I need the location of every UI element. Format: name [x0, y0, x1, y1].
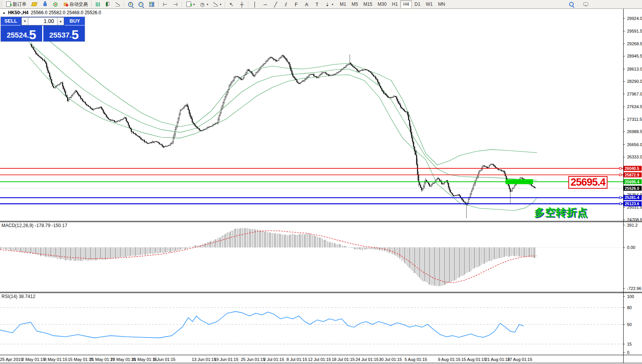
fibonacci-button[interactable]: F — [291, 0, 301, 8]
date-label: 8 Jul 01:15 — [286, 357, 307, 362]
date-label: 30 Jul 01:15 — [379, 357, 402, 362]
chat-button[interactable] — [580, 0, 591, 8]
timeframe-mn[interactable]: MN — [435, 0, 448, 8]
new-order-button[interactable]: 新订单 — [3, 0, 29, 8]
toolbar-separator — [225, 1, 225, 7]
one-click-trading-panel: SELL ▼ 1.00 ▲ BUY 25524.5 25537.5 — [1, 17, 85, 41]
date-label: 8 May 01:15 — [44, 357, 67, 362]
volume-input[interactable]: 1.00 — [28, 17, 57, 25]
periods-dropdown[interactable]: ◷▾ — [197, 0, 211, 8]
toolbar-separator — [158, 1, 159, 7]
vertical-line-button[interactable]: │ — [250, 0, 260, 8]
chart-canvas[interactable]: 29924.029591.529268.528945.528613.028290… — [0, 0, 642, 364]
buy-button[interactable]: BUY — [65, 17, 85, 26]
timeframe-m30[interactable]: M30 — [375, 0, 389, 8]
cursor-button-icon: ↖ — [229, 2, 234, 7]
svg-text:26988.5: 26988.5 — [627, 129, 642, 134]
svg-text:29924.0: 29924.0 — [627, 16, 642, 21]
one-click-collapse-icon[interactable]: ▲ — [2, 11, 6, 15]
svg-text:0.00: 0.00 — [627, 245, 635, 250]
zoom-out-button[interactable] — [136, 0, 146, 8]
price-badge-25123.6: 25123.6 — [624, 201, 642, 206]
svg-text:15: 15 — [627, 342, 632, 346]
sell-button[interactable]: SELL — [1, 17, 21, 26]
text-button-icon: A — [304, 2, 309, 7]
turning-point-annotation[interactable]: 多空转折点 — [534, 206, 588, 219]
price-level-annotation-box[interactable]: 25695.4 — [568, 176, 607, 189]
timeframe-h1[interactable]: H1 — [389, 0, 400, 8]
date-label: 25 Apr 2019 — [0, 357, 23, 362]
sell-price-main: 25524. — [7, 30, 29, 40]
timeframe-h4[interactable]: H4 — [400, 0, 412, 8]
chat-icon — [583, 2, 588, 6]
signals-icon — [53, 2, 58, 7]
svg-text:26333.0: 26333.0 — [627, 155, 642, 159]
line-chart-button[interactable] — [113, 0, 123, 8]
community-icon — [43, 3, 47, 6]
chart-shift-button[interactable]: ⊣ — [170, 0, 181, 8]
svg-text:27967.0: 27967.0 — [627, 92, 642, 96]
date-label: 24 Jul 01:15 — [356, 357, 379, 362]
timeframe-m15[interactable]: M15 — [361, 0, 375, 8]
timeframe-d1[interactable]: D1 — [412, 0, 423, 8]
timeframe-w1[interactable]: W1 — [423, 0, 435, 8]
volume-down-button[interactable]: ▼ — [21, 17, 28, 25]
new-order-button-label: 新订单 — [13, 1, 26, 8]
templates-icon — [213, 2, 218, 7]
main-toolbar: 新订单自动交易⊢⊣▾◷▾▾↖┼│─╱⫽FAT⇣▾M1M5M15M30H1H4D1… — [0, 0, 642, 9]
toolbar-separator — [124, 1, 124, 7]
svg-text:28290.0: 28290.0 — [627, 79, 642, 84]
vertical-line-button-icon: │ — [252, 2, 258, 7]
date-label: 25 Jun 01:15 — [241, 357, 265, 362]
chevron-down-icon: ▾ — [207, 3, 208, 6]
price-badge-25281.4: 25281.4 — [624, 195, 642, 200]
templates-dropdown[interactable]: ▾ — [211, 0, 224, 8]
svg-text:28613.0: 28613.0 — [627, 67, 642, 71]
text-button[interactable]: A — [301, 0, 312, 8]
volume-up-button[interactable]: ▲ — [57, 17, 64, 25]
trendline-button[interactable]: ╱ — [270, 0, 281, 8]
autotrading-button[interactable]: 自动交易 — [61, 0, 90, 8]
auto-scroll-button[interactable]: ⊢ — [160, 0, 170, 8]
timeframe-m1[interactable]: M1 — [337, 0, 349, 8]
cursor-button[interactable]: ↖ — [226, 0, 237, 8]
new-chart-dropdown[interactable]: ▾ — [183, 0, 197, 8]
periods-dropdown-icon: ◷ — [199, 2, 205, 7]
zoom-out-icon — [138, 2, 143, 7]
price-badge-25872.9: 25872.9 — [624, 172, 642, 177]
search-icon — [569, 2, 574, 7]
signals-button[interactable] — [50, 0, 61, 8]
crosshair-button[interactable]: ┼ — [237, 0, 247, 8]
svg-text:391.2: 391.2 — [627, 223, 638, 227]
svg-text:29268.5: 29268.5 — [627, 41, 642, 46]
svg-text:0: 0 — [627, 350, 629, 355]
svg-text:27634.5: 27634.5 — [627, 104, 642, 109]
chart-header: ▲ HK50-,H4 25566.0 25582.0 25468.0 25526… — [2, 10, 101, 15]
date-label: 5 Aug 01:15 — [405, 357, 427, 362]
candlestick-chart-button[interactable] — [103, 0, 113, 8]
label-button[interactable]: T — [312, 0, 322, 8]
time-axis[interactable]: 25 Apr 20192 May 01:158 May 01:1515 May … — [0, 357, 532, 362]
svg-text:25526.0: 25526.0 — [625, 186, 639, 191]
sell-price[interactable]: 25524.5 — [1, 26, 43, 41]
toolbar-separator — [248, 1, 249, 7]
community-button[interactable] — [40, 0, 50, 8]
date-label: 21 Aug 01:15 — [485, 357, 510, 362]
bar-chart-button[interactable] — [93, 0, 103, 8]
tile-windows-button[interactable] — [146, 0, 157, 8]
horizontal-line-button[interactable]: ─ — [260, 0, 270, 8]
svg-text:29591.5: 29591.5 — [627, 29, 642, 33]
zoom-in-icon — [128, 2, 133, 7]
buy-price[interactable]: 25537.5 — [43, 26, 85, 41]
bar-chart-icon — [96, 2, 100, 7]
zoom-in-button[interactable] — [125, 0, 136, 8]
symbol-period-label: HK50-,H4 — [8, 10, 28, 15]
metaeditor-button[interactable] — [29, 0, 40, 8]
timeframe-switcher: M1M5M15M30H1H4D1W1MN — [337, 0, 448, 8]
channel-button[interactable]: ⫽ — [281, 0, 291, 8]
chevron-down-icon: ▾ — [332, 3, 333, 6]
price-badge-25526: 25526.0 — [624, 186, 642, 191]
arrows-dropdown[interactable]: ⇣▾ — [322, 0, 336, 8]
timeframe-m5[interactable]: M5 — [349, 0, 361, 8]
search-button[interactable] — [566, 0, 576, 8]
